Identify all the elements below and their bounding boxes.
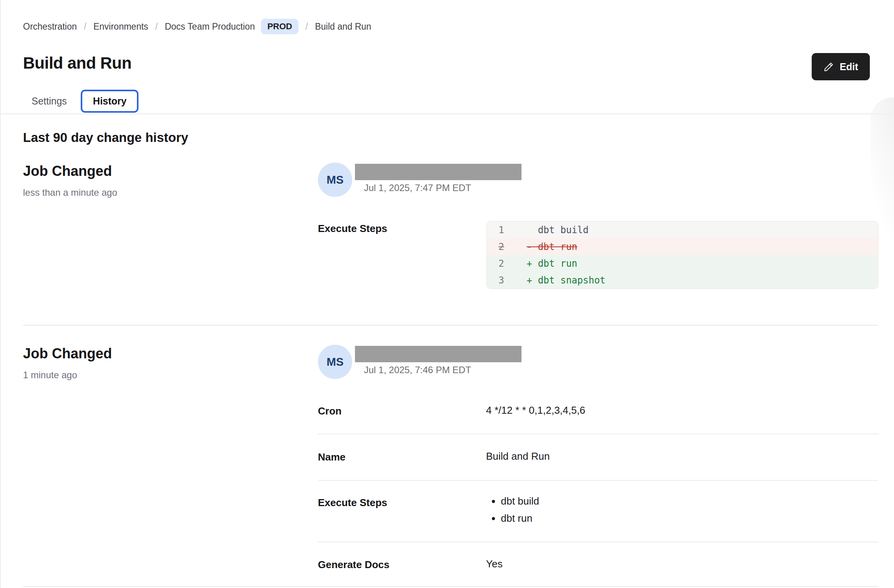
field-value-generate-docs: Yes (486, 558, 502, 570)
tab-bar-divider (1, 113, 894, 114)
redacted-username-bar (355, 346, 522, 362)
field-label-cron: Cron (318, 405, 342, 417)
entry-divider (23, 586, 878, 587)
diff-row-removed: 2 - dbt run (487, 238, 878, 255)
entry-timestamp: Jul 1, 2025, 7:46 PM EDT (364, 365, 471, 375)
edit-button[interactable]: Edit (812, 53, 870, 80)
execute-step-item: dbt build (501, 492, 539, 510)
avatar: MS (318, 163, 352, 197)
tab-history[interactable]: History (81, 90, 138, 113)
breadcrumb-separator: / (305, 21, 308, 32)
diff-row-added: 2 + dbt run (487, 255, 878, 272)
execute-step-item: dbt run (501, 510, 539, 527)
entry-time-ago: less than a minute ago (23, 187, 117, 198)
breadcrumb-separator: / (155, 21, 158, 32)
diff-line-number: 2 (487, 258, 527, 269)
breadcrumb: Orchestration / Environments / Docs Team… (23, 19, 371, 34)
edit-button-label: Edit (840, 61, 858, 73)
breadcrumb-current-job: Build and Run (315, 21, 371, 32)
diff-line-number: 2 (487, 241, 527, 252)
diff-line-code: dbt build (527, 225, 589, 236)
entry-title: Job Changed (23, 345, 112, 362)
breadcrumb-separator: / (84, 21, 86, 32)
diff-row-added: 3 + dbt snapshot (487, 272, 878, 289)
execute-steps-diff: 1 dbt build 2 - dbt run 2 + dbt run 3 + … (486, 221, 878, 289)
field-label-execute-steps: Execute Steps (318, 223, 387, 235)
row-divider (318, 542, 878, 542)
page-title: Build and Run (23, 54, 131, 73)
diff-line-code: + dbt snapshot (527, 275, 605, 286)
breadcrumb-environment-name[interactable]: Docs Team Production (165, 21, 255, 32)
field-label-generate-docs: Generate Docs (318, 559, 390, 571)
job-history-page: Orchestration / Environments / Docs Team… (0, 0, 894, 588)
tab-bar: Settings History (23, 87, 138, 115)
field-label-name: Name (318, 451, 346, 463)
section-title: Last 90 day change history (23, 130, 188, 145)
row-divider (318, 434, 878, 434)
diff-line-code: + dbt run (527, 258, 577, 269)
entry-timestamp: Jul 1, 2025, 7:47 PM EDT (364, 182, 471, 193)
diff-row-context: 1 dbt build (487, 221, 878, 238)
diff-line-number: 3 (487, 275, 527, 286)
avatar: MS (318, 345, 352, 379)
pencil-icon (823, 62, 834, 72)
field-value-cron: 4 */12 * * 0,1,2,3,4,5,6 (486, 404, 585, 416)
field-label-execute-steps: Execute Steps (318, 497, 387, 509)
entry-divider (23, 325, 878, 326)
breadcrumb-environments[interactable]: Environments (93, 21, 148, 32)
entry-title: Job Changed (23, 163, 112, 179)
redacted-username-bar (355, 164, 522, 180)
row-divider (318, 480, 878, 481)
diff-line-code: - dbt run (527, 241, 577, 252)
diff-line-number: 1 (487, 225, 527, 236)
execute-steps-list: dbt build dbt run (489, 492, 539, 527)
field-value-name: Build and Run (486, 450, 550, 462)
tab-settings[interactable]: Settings (23, 90, 75, 112)
entry-time-ago: 1 minute ago (23, 370, 77, 381)
breadcrumb-orchestration[interactable]: Orchestration (23, 21, 77, 32)
prod-badge: PROD (261, 19, 298, 34)
